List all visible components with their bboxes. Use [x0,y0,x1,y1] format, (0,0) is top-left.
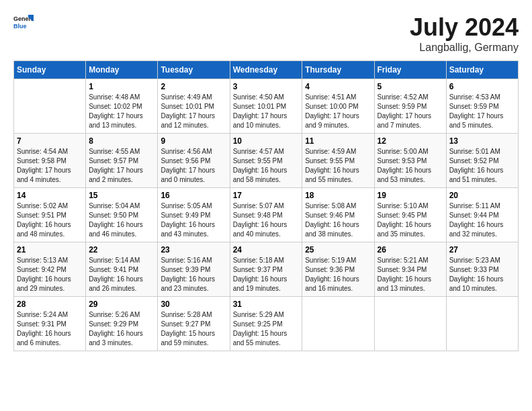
day-number: 14 [17,191,83,200]
calendar-cell: 26Sunrise: 5:21 AM Sunset: 9:34 PM Dayli… [374,242,446,297]
calendar-cell: 10Sunrise: 4:57 AM Sunset: 9:55 PM Dayli… [230,134,302,188]
day-info: Sunrise: 5:08 AM Sunset: 9:46 PM Dayligh… [305,201,371,239]
day-number: 7 [17,136,83,146]
weekday-header-wednesday: Wednesday [230,61,302,79]
logo-icon: General Blue [13,13,34,30]
week-row-4: 28Sunrise: 5:24 AM Sunset: 9:31 PM Dayli… [14,297,519,351]
calendar-cell [302,297,374,351]
day-number: 26 [378,245,443,255]
day-number: 27 [449,245,515,255]
day-info: Sunrise: 5:00 AM Sunset: 9:53 PM Dayligh… [378,147,443,185]
day-info: Sunrise: 5:28 AM Sunset: 9:27 PM Dayligh… [161,310,226,348]
title-section: July 2024 Langballig, Germany [410,13,519,54]
day-number: 28 [17,300,83,309]
day-info: Sunrise: 5:02 AM Sunset: 9:51 PM Dayligh… [17,201,83,239]
day-info: Sunrise: 4:48 AM Sunset: 10:02 PM Daylig… [89,93,154,130]
day-number: 9 [161,136,226,146]
calendar-cell: 30Sunrise: 5:28 AM Sunset: 9:27 PM Dayli… [158,297,230,351]
day-number: 5 [378,82,443,91]
day-info: Sunrise: 5:18 AM Sunset: 9:37 PM Dayligh… [233,256,300,293]
calendar-cell: 2Sunrise: 4:49 AM Sunset: 10:01 PM Dayli… [158,79,230,134]
day-number: 6 [449,82,515,91]
day-info: Sunrise: 4:54 AM Sunset: 9:58 PM Dayligh… [17,147,83,185]
calendar-cell: 14Sunrise: 5:02 AM Sunset: 9:51 PM Dayli… [14,188,86,242]
logo: General Blue [13,13,34,30]
day-number: 8 [89,136,154,146]
day-info: Sunrise: 4:55 AM Sunset: 9:57 PM Dayligh… [89,147,154,185]
day-info: Sunrise: 4:49 AM Sunset: 10:01 PM Daylig… [161,93,226,130]
day-info: Sunrise: 4:52 AM Sunset: 9:59 PM Dayligh… [378,93,443,130]
day-info: Sunrise: 4:53 AM Sunset: 9:59 PM Dayligh… [449,93,515,130]
day-number: 25 [305,245,371,255]
day-number: 21 [17,245,83,255]
calendar-cell: 8Sunrise: 4:55 AM Sunset: 9:57 PM Daylig… [86,134,158,188]
day-number: 20 [449,191,515,200]
weekday-header-saturday: Saturday [446,61,518,79]
calendar-cell [374,297,446,351]
day-number: 3 [233,82,300,91]
day-info: Sunrise: 5:05 AM Sunset: 9:49 PM Dayligh… [161,201,226,239]
day-info: Sunrise: 5:13 AM Sunset: 9:42 PM Dayligh… [17,256,83,293]
week-row-0: 1Sunrise: 4:48 AM Sunset: 10:02 PM Dayli… [14,79,519,134]
calendar-cell: 21Sunrise: 5:13 AM Sunset: 9:42 PM Dayli… [14,242,86,297]
calendar-cell: 11Sunrise: 4:59 AM Sunset: 9:55 PM Dayli… [302,134,374,188]
day-info: Sunrise: 5:07 AM Sunset: 9:48 PM Dayligh… [233,201,300,239]
calendar-cell: 16Sunrise: 5:05 AM Sunset: 9:49 PM Dayli… [158,188,230,242]
weekday-header-sunday: Sunday [14,61,86,79]
weekday-header-thursday: Thursday [302,61,374,79]
day-number: 23 [161,245,226,255]
day-info: Sunrise: 5:24 AM Sunset: 9:31 PM Dayligh… [17,310,83,348]
week-row-2: 14Sunrise: 5:02 AM Sunset: 9:51 PM Dayli… [14,188,519,242]
calendar-cell: 9Sunrise: 4:56 AM Sunset: 9:56 PM Daylig… [158,134,230,188]
calendar-cell: 28Sunrise: 5:24 AM Sunset: 9:31 PM Dayli… [14,297,86,351]
calendar-table: SundayMondayTuesdayWednesdayThursdayFrid… [13,60,519,351]
location-subtitle: Langballig, Germany [410,42,519,54]
svg-text:Blue: Blue [13,23,27,30]
day-number: 12 [378,136,443,146]
day-info: Sunrise: 4:59 AM Sunset: 9:55 PM Dayligh… [305,147,371,185]
day-number: 24 [233,245,300,255]
calendar-cell [14,79,86,134]
calendar-cell: 15Sunrise: 5:04 AM Sunset: 9:50 PM Dayli… [86,188,158,242]
calendar-cell: 12Sunrise: 5:00 AM Sunset: 9:53 PM Dayli… [374,134,446,188]
calendar-cell: 5Sunrise: 4:52 AM Sunset: 9:59 PM Daylig… [374,79,446,134]
week-row-1: 7Sunrise: 4:54 AM Sunset: 9:58 PM Daylig… [14,134,519,188]
day-info: Sunrise: 4:57 AM Sunset: 9:55 PM Dayligh… [233,147,300,185]
calendar-cell: 31Sunrise: 5:29 AM Sunset: 9:25 PM Dayli… [230,297,302,351]
day-number: 17 [233,191,300,200]
calendar-cell: 23Sunrise: 5:16 AM Sunset: 9:39 PM Dayli… [158,242,230,297]
day-info: Sunrise: 5:23 AM Sunset: 9:33 PM Dayligh… [449,256,515,293]
calendar-cell: 29Sunrise: 5:26 AM Sunset: 9:29 PM Dayli… [86,297,158,351]
day-info: Sunrise: 5:10 AM Sunset: 9:45 PM Dayligh… [378,201,443,239]
day-info: Sunrise: 5:19 AM Sunset: 9:36 PM Dayligh… [305,256,371,293]
calendar-cell: 17Sunrise: 5:07 AM Sunset: 9:48 PM Dayli… [230,188,302,242]
day-number: 16 [161,191,226,200]
calendar-cell: 3Sunrise: 4:50 AM Sunset: 10:01 PM Dayli… [230,79,302,134]
calendar-cell: 4Sunrise: 4:51 AM Sunset: 10:00 PM Dayli… [302,79,374,134]
day-info: Sunrise: 5:14 AM Sunset: 9:41 PM Dayligh… [89,256,154,293]
calendar-cell: 1Sunrise: 4:48 AM Sunset: 10:02 PM Dayli… [86,79,158,134]
day-number: 30 [161,300,226,309]
day-info: Sunrise: 5:26 AM Sunset: 9:29 PM Dayligh… [89,310,154,348]
day-number: 11 [305,136,371,146]
page-header: General Blue July 2024 Langballig, Germa… [13,13,519,54]
month-title: July 2024 [410,13,519,42]
weekday-header-monday: Monday [86,61,158,79]
day-info: Sunrise: 5:29 AM Sunset: 9:25 PM Dayligh… [233,310,300,348]
day-info: Sunrise: 5:21 AM Sunset: 9:34 PM Dayligh… [378,256,443,293]
day-number: 22 [89,245,154,255]
calendar-cell: 22Sunrise: 5:14 AM Sunset: 9:41 PM Dayli… [86,242,158,297]
day-number: 1 [89,82,154,91]
day-number: 4 [305,82,371,91]
calendar-body: 1Sunrise: 4:48 AM Sunset: 10:02 PM Dayli… [14,79,519,351]
week-row-3: 21Sunrise: 5:13 AM Sunset: 9:42 PM Dayli… [14,242,519,297]
day-number: 10 [233,136,300,146]
calendar-cell: 19Sunrise: 5:10 AM Sunset: 9:45 PM Dayli… [374,188,446,242]
calendar-cell: 13Sunrise: 5:01 AM Sunset: 9:52 PM Dayli… [446,134,518,188]
calendar-cell: 24Sunrise: 5:18 AM Sunset: 9:37 PM Dayli… [230,242,302,297]
day-info: Sunrise: 4:51 AM Sunset: 10:00 PM Daylig… [305,93,371,130]
weekday-header-friday: Friday [374,61,446,79]
calendar-cell: 6Sunrise: 4:53 AM Sunset: 9:59 PM Daylig… [446,79,518,134]
day-info: Sunrise: 5:16 AM Sunset: 9:39 PM Dayligh… [161,256,226,293]
day-number: 31 [233,300,300,309]
